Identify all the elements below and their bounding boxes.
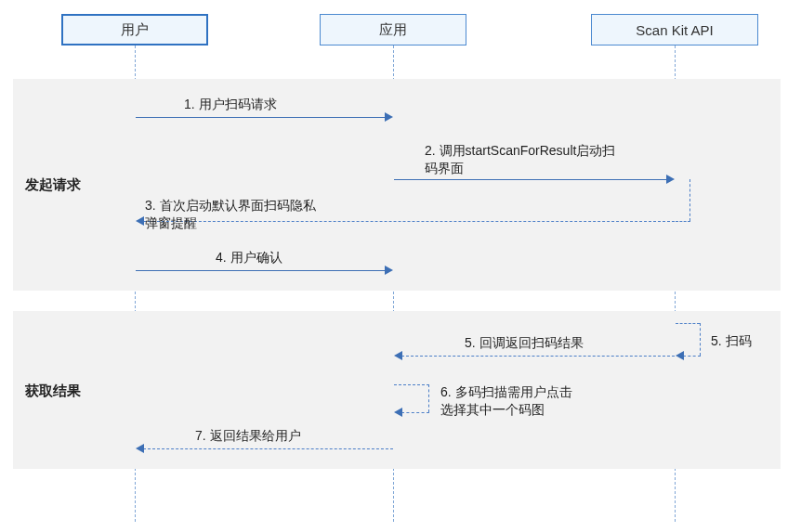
msg-2-arrow — [666, 175, 675, 184]
participant-user-label: 用户 — [121, 21, 149, 39]
msg-5a-label: 5. 回调返回扫码结果 — [465, 334, 584, 352]
msg-5b-v — [700, 323, 701, 356]
participant-app-label: 应用 — [379, 21, 407, 39]
msg-3-arrow — [136, 216, 144, 226]
msg-5b-arrow — [676, 351, 684, 360]
msg-6-bot — [401, 412, 429, 413]
section-request-label: 发起请求 — [25, 176, 81, 194]
msg-6-label: 6. 多码扫描需用户点击 选择其中一个码图 — [440, 383, 572, 419]
msg-1-label: 1. 用户扫码请求 — [184, 96, 277, 113]
msg-5b-top — [676, 323, 700, 324]
participant-app: 应用 — [320, 14, 466, 45]
msg-1-line — [136, 117, 387, 118]
msg-6-arrow — [394, 408, 402, 417]
msg-5b-label: 5. 扫码 — [711, 332, 752, 350]
sequence-diagram: 用户 应用 Scan Kit API 发起请求 获取结果 1. 用户扫码请求 2… — [0, 0, 801, 532]
msg-5a-arrow — [394, 351, 402, 360]
msg-5a-line — [401, 356, 675, 357]
section-result-bg — [13, 311, 781, 469]
msg-3-label: 3. 首次启动默认界面扫码隐私 弹窗提醒 — [145, 197, 316, 232]
msg-6-top — [394, 384, 429, 385]
msg-7-line — [143, 448, 393, 449]
msg-2-label: 2. 调用startScanForResult启动扫 码界面 — [425, 142, 615, 177]
msg-7-label: 7. 返回结果给用户 — [195, 427, 301, 445]
msg-4-arrow — [385, 266, 393, 275]
msg-7-arrow — [136, 444, 144, 453]
participant-api-label: Scan Kit API — [636, 22, 713, 38]
msg-3-hline-top — [676, 221, 690, 222]
msg-6-v — [428, 384, 429, 412]
participant-user: 用户 — [61, 14, 208, 45]
section-request-bg — [13, 79, 781, 291]
msg-4-line — [136, 270, 387, 271]
msg-1-arrow — [385, 112, 393, 122]
msg-5b-bot — [683, 356, 701, 357]
participant-api: Scan Kit API — [591, 14, 758, 45]
section-result-label: 获取结果 — [25, 383, 81, 400]
msg-2-line — [394, 179, 668, 180]
msg-3-vline1 — [689, 179, 690, 221]
msg-4-label: 4. 用户确认 — [216, 249, 282, 266]
